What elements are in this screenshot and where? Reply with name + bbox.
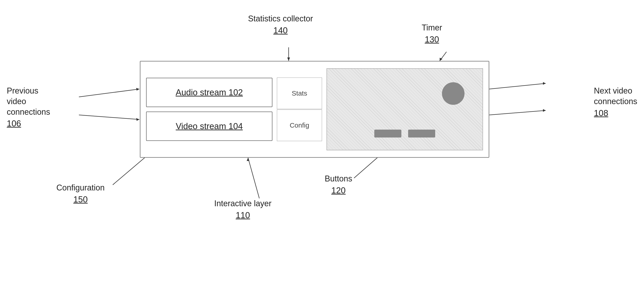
timer-circle — [442, 82, 464, 105]
next-connections-label: Next videoconnections 108 — [594, 86, 637, 119]
buttons-label: Buttons 120 — [325, 174, 352, 196]
configuration-text: Configuration — [56, 183, 105, 192]
audio-stream-label: Audio stream 102 — [176, 88, 243, 97]
configuration-ref: 150 — [56, 194, 105, 205]
interactive-layer-text: Interactive layer — [214, 199, 272, 208]
configuration-label: Configuration 150 — [56, 183, 105, 205]
interactive-layer-ref: 110 — [214, 210, 272, 221]
video-stream-label: Video stream 104 — [176, 121, 243, 131]
svg-line-4 — [79, 89, 139, 97]
video-stream-box: Video stream 104 — [146, 112, 272, 141]
svg-marker-15 — [247, 158, 250, 161]
svg-marker-1 — [287, 57, 290, 61]
statistics-collector-text: Statistics collector — [248, 14, 313, 23]
stats-box: Stats — [277, 77, 322, 109]
video-stream-ref: 104 — [228, 121, 243, 131]
config-box: Config — [277, 110, 322, 141]
svg-marker-7 — [136, 118, 139, 121]
prev-connections-text: Previousvideoconnections — [7, 86, 50, 117]
audio-stream-box: Audio stream 102 — [146, 78, 272, 107]
config-label: Config — [290, 121, 309, 129]
timer-ref: 130 — [422, 34, 442, 45]
audio-stream-text: Audio stream — [176, 88, 228, 97]
svg-line-10 — [489, 110, 546, 115]
interactive-layer-label: Interactive layer 110 — [214, 198, 272, 221]
statistics-collector-label: Statistics collector 140 — [248, 13, 313, 36]
timer-button-1[interactable] — [374, 130, 401, 137]
svg-line-6 — [79, 115, 139, 119]
video-stream-text: Video stream — [176, 121, 228, 131]
next-connections-ref: 108 — [594, 108, 637, 119]
svg-marker-5 — [136, 88, 139, 91]
next-connections-text: Next videoconnections — [594, 86, 637, 106]
timer-section — [326, 68, 483, 150]
timer-label: Timer 130 — [422, 22, 442, 45]
timer-button-2[interactable] — [408, 130, 435, 137]
svg-line-8 — [489, 83, 546, 89]
buttons-text: Buttons — [325, 174, 352, 183]
stats-label: Stats — [292, 89, 307, 97]
svg-line-14 — [248, 158, 259, 198]
svg-marker-9 — [543, 82, 546, 85]
prev-connections-ref: 106 — [7, 118, 50, 129]
svg-line-2 — [440, 52, 446, 61]
buttons-ref: 120 — [325, 185, 352, 196]
timer-text: Timer — [422, 23, 442, 32]
timer-buttons — [374, 130, 435, 137]
statistics-collector-ref: 140 — [248, 25, 313, 36]
svg-marker-3 — [440, 58, 442, 61]
main-box: Audio stream 102 Video stream 104 Stats … — [140, 61, 489, 158]
audio-stream-ref: 102 — [229, 88, 243, 97]
svg-marker-11 — [543, 109, 546, 112]
streams-section: Audio stream 102 Video stream 104 — [146, 68, 272, 150]
controls-section: Stats Config — [277, 68, 322, 150]
diagram-container: Audio stream 102 Video stream 104 Stats … — [0, 0, 644, 300]
prev-connections-label: Previousvideoconnections 106 — [7, 86, 50, 129]
